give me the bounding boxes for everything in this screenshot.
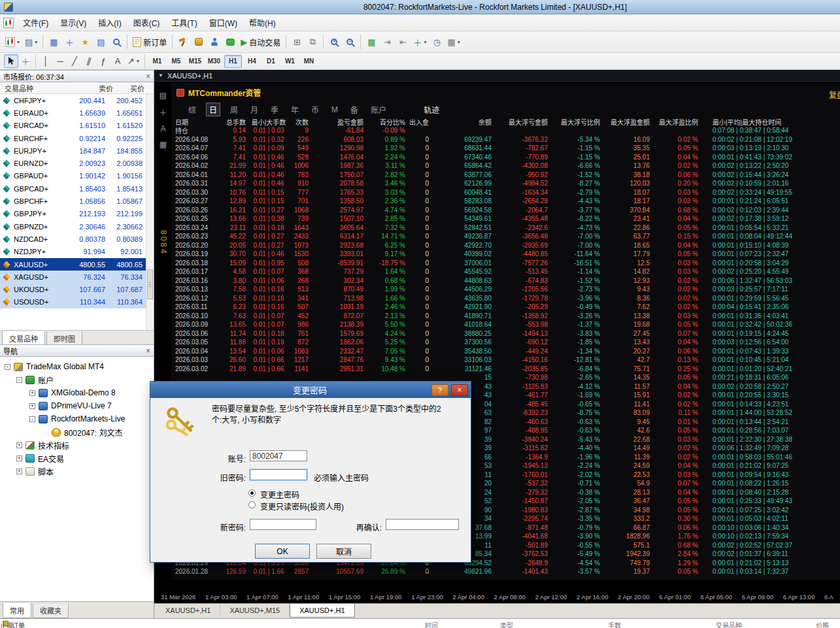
mtcommander-tab[interactable]: 账户 — [368, 103, 389, 116]
table-row[interactable]: 2026.03.17 4.58 0.01 | 0.07 368 737.29 1… — [174, 267, 840, 276]
table-row[interactable]: 2026.03.13 7.58 0.01 | 0.16 513 870.49 1… — [174, 285, 840, 294]
symbol-row[interactable]: CHFJPY+ 200.441 200.452 — [0, 94, 146, 107]
table-row[interactable]: 2026.03.12 5.53 0.01 | 0.16 341 713.98 1… — [174, 294, 840, 303]
table-row[interactable]: 2026.03.24 23.11 0.01 | 0.18 1643 3605.6… — [174, 223, 840, 233]
tile-windows-button[interactable]: ⊞ — [289, 34, 305, 50]
vertical-line-button[interactable]: │ — [39, 54, 53, 68]
table-row[interactable]: 2026.03.02 21.89 0.01 | 0.66 1141 2951.3… — [174, 365, 840, 374]
ok-button[interactable]: OK — [255, 544, 310, 559]
timeframe-button[interactable]: M15 — [186, 55, 204, 68]
track-button[interactable]: 轨迹 — [424, 104, 439, 115]
timeframe-button[interactable]: M1 — [148, 55, 166, 68]
table-row[interactable]: 2026.03.09 13.65 0.01 | 0.07 986 2138.39… — [174, 320, 840, 329]
menu-item[interactable]: 显示(V) — [54, 14, 92, 31]
table-row[interactable]: 2026.04.07 7.41 0.01 | 0.09 549 1290.98 … — [174, 144, 840, 153]
panel-toggle-icon[interactable]: ▤ — [160, 91, 167, 100]
symbol-row[interactable]: XAUUSD+ 4800.55 4800.65 — [0, 258, 146, 271]
mtcommander-tab[interactable]: 综 — [186, 103, 199, 116]
table-row[interactable]: 2026.03.06 11.74 0.01 | 0.18 761 1579.69… — [174, 329, 840, 339]
symbol-row[interactable]: GBPCAD+ 1.85403 1.85413 — [0, 182, 146, 195]
symbol-row[interactable]: EURCAD+ 1.61510 1.61520 — [0, 120, 146, 132]
table-row[interactable]: 2026.03.26 16.21 0.01 | 0.27 1068 2574.9… — [174, 206, 840, 215]
chart-shift-button[interactable]: ⇤ — [395, 34, 411, 50]
scrollbar-thumb[interactable] — [147, 269, 153, 299]
timeframe-button[interactable]: M5 — [167, 55, 185, 68]
expand-toggle[interactable]: + — [16, 442, 22, 448]
close-icon[interactable]: × — [451, 384, 468, 396]
table-row[interactable]: 2026.03.10 7.63 0.01 | 0.07 452 872.07 2… — [174, 312, 840, 321]
expand-toggle[interactable]: - — [29, 416, 35, 422]
symbol-row[interactable]: USOUSD+ 110.344 110.364 — [0, 296, 146, 308]
metaeditor-button[interactable] — [175, 34, 191, 50]
table-row[interactable]: 2026.03.18 15.09 0.01 | 0.95 508 -8539.9… — [174, 259, 840, 268]
table-row[interactable]: 2026.03.11 6.23 0.01 | 0.16 507 1031.19 … — [174, 303, 840, 312]
menu-item[interactable]: 文件(F) — [17, 14, 54, 31]
help-button[interactable]: ? — [431, 384, 448, 396]
strategy-tester-button[interactable] — [109, 34, 124, 50]
terminal-toggle-button[interactable]: ▤ — [93, 34, 109, 50]
text-tool-icon[interactable]: A — [160, 124, 165, 133]
zoom-in-button[interactable] — [326, 34, 342, 50]
symbol-row[interactable]: NZDCAD+ 0.80378 0.80389 — [0, 233, 146, 245]
mtcommander-tab[interactable]: 季 — [268, 103, 281, 116]
symbol-row[interactable]: EURNZD+ 2.00923 2.00938 — [0, 157, 146, 169]
symbol-row[interactable]: EURAUD+ 1.65639 1.65651 — [0, 107, 146, 119]
profiles-button[interactable]: ▤ ▾ — [22, 34, 40, 50]
table-row[interactable]: 2026.03.03 26.60 0.01 | 0.66 1217 2847.7… — [174, 355, 840, 365]
mtcommander-tab[interactable]: 年 — [288, 103, 301, 116]
symbol-row[interactable]: XAGUSD+ 76.324 76.334 — [0, 271, 146, 283]
account-field[interactable] — [250, 450, 307, 461]
old-password-field[interactable] — [250, 469, 307, 480]
app-icon[interactable] — [4, 3, 13, 12]
table-row[interactable]: 2026.03.27 12.89 0.01 | 0.15 701 1358.50… — [174, 197, 840, 206]
grid-toggle-icon[interactable]: ▦ — [160, 140, 167, 149]
navigator-tab[interactable]: 收藏夹 — [33, 604, 69, 618]
symbol-row[interactable]: UKOUSD+ 107.667 107.687 — [0, 283, 146, 295]
expand-toggle[interactable]: + — [29, 390, 35, 396]
table-row[interactable]: 2026.04.08 5.93 0.01 | 0.32 226 608.03 0… — [174, 135, 840, 144]
mtcommander-tab[interactable]: 备 — [348, 103, 361, 116]
mtcommander-tab[interactable]: 月 — [248, 103, 261, 116]
navigator-toggle-button[interactable]: ★ — [77, 34, 93, 50]
table-row[interactable]: 2026.04.06 7.41 0.01 | 0.46 528 1476.04 … — [174, 153, 840, 162]
symbol-row[interactable]: GBPNZD+ 2.30646 2.30662 — [0, 220, 146, 233]
table-row[interactable]: 2026.03.19 30.70 0.01 | 0.46 1530 3393.0… — [174, 250, 840, 259]
timeframe-button[interactable]: M30 — [205, 55, 223, 68]
chart-window-icon[interactable] — [3, 18, 14, 28]
zoom-out-button[interactable] — [342, 34, 358, 50]
navigator-item[interactable]: - 账户 — [0, 373, 154, 386]
symbol-row[interactable]: EURJPY+ 184.847 184.855 — [0, 144, 146, 157]
expand-toggle[interactable]: + — [29, 403, 35, 409]
timeframe-button[interactable]: H1 — [224, 55, 242, 68]
menu-item[interactable]: 工具(T) — [165, 14, 203, 31]
crosshair-button[interactable]: ＋ — [18, 54, 33, 68]
symbol-row[interactable]: GBPCHF+ 1.05856 1.05867 — [0, 195, 146, 207]
replay-button[interactable]: 复盘 — [829, 89, 840, 100]
menu-item[interactable]: 帮助(H) — [243, 14, 282, 31]
chart-tab[interactable]: XAUUSD+,H1 — [156, 604, 220, 617]
change-investor-radio[interactable] — [248, 501, 256, 508]
timeframe-button[interactable]: MN — [300, 55, 318, 68]
symbol-row[interactable]: NZDJPY+ 91.994 92.001 — [0, 246, 146, 258]
crosshair-tool-icon[interactable]: ＋ — [159, 107, 167, 118]
menu-item[interactable]: 插入(I) — [92, 14, 127, 31]
table-row[interactable]: 2026.03.25 13.66 0.01 | 0.38 739 1507.10… — [174, 214, 840, 223]
expand-toggle[interactable]: + — [16, 455, 22, 461]
table-row[interactable]: 持仓 0.14 0.01 | 0.03 9 -61.84 -0.09 % 0:0… — [174, 126, 840, 135]
new-order-button[interactable]: 新订单 — [130, 34, 169, 50]
timeframe-button[interactable]: D1 — [262, 55, 280, 68]
table-row[interactable]: 2026.03.16 3.80 0.01 | 0.06 268 302.34 0… — [174, 276, 840, 286]
navigator-item[interactable]: + EA交易 — [0, 452, 154, 465]
mtcommander-tab[interactable]: M — [329, 105, 341, 115]
text-tool-button[interactable]: A — [110, 54, 125, 68]
table-row[interactable]: 2026.04.01 11.20 0.01 | 0.46 783 1750.07… — [174, 171, 840, 180]
new-chart-button[interactable]: ▾ — [3, 34, 22, 50]
period-grid-button[interactable]: ▦ — [363, 34, 379, 50]
data-window-toggle-button[interactable]: ＋ — [61, 34, 77, 50]
mql5-market-button[interactable] — [191, 34, 207, 50]
alerts-button[interactable]: ◷ — [429, 34, 445, 50]
table-row[interactable]: 2026.03.30 10.76 0.01 | 0.15 777 1765.33… — [174, 188, 840, 197]
cancel-button[interactable]: 取消 — [316, 544, 371, 559]
symbol-row[interactable]: GBPAUD+ 1.90142 1.90156 — [0, 170, 146, 182]
market-watch-toggle-button[interactable]: ▦ — [46, 34, 61, 50]
